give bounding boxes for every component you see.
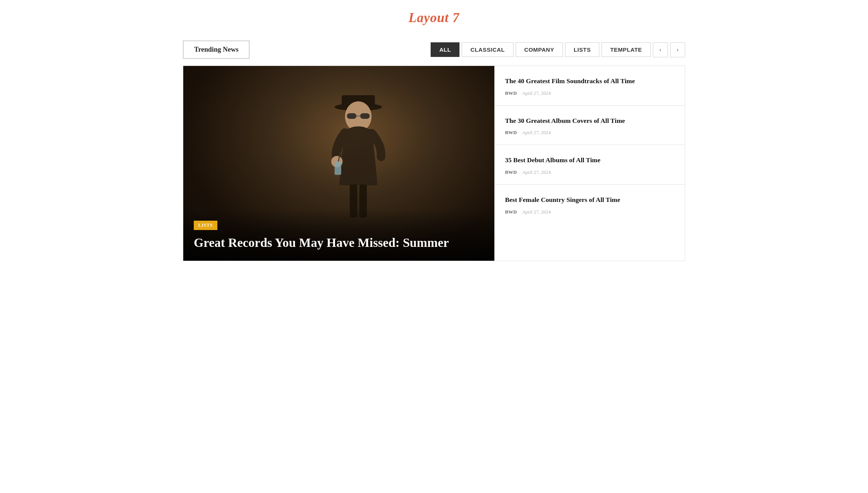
featured-title: Great Records You May Have Missed: Summe… bbox=[194, 235, 484, 250]
article-title-1: The 40 Greatest Film Soundtracks of All … bbox=[505, 76, 674, 86]
article-title-3: 35 Best Debut Albums of All Time bbox=[505, 155, 674, 165]
date-2: April 27, 2024 bbox=[522, 130, 551, 136]
article-meta-2: BWD April 27, 2024 bbox=[505, 130, 674, 136]
nav-next-button[interactable]: › bbox=[670, 42, 685, 57]
page-header: Layout 7 bbox=[0, 0, 868, 40]
article-title-2: The 30 Greatest Album Covers of All Time bbox=[505, 116, 674, 125]
filter-classical[interactable]: CLASSICAL bbox=[462, 42, 513, 57]
author-2: BWD bbox=[505, 130, 517, 136]
layout-container: Trending News ALL CLASSICAL COMPANY LIST… bbox=[172, 40, 696, 276]
article-meta-3: BWD April 27, 2024 bbox=[505, 169, 674, 175]
trending-news-label: Trending News bbox=[183, 40, 250, 59]
section-header: Trending News ALL CLASSICAL COMPANY LIST… bbox=[183, 40, 685, 59]
date-3: April 27, 2024 bbox=[522, 169, 551, 175]
filter-company[interactable]: COMPANY bbox=[516, 42, 563, 57]
article-meta-4: BWD April 27, 2024 bbox=[505, 209, 674, 215]
person-figure bbox=[310, 81, 407, 223]
sidebar-articles: The 40 Greatest Film Soundtracks of All … bbox=[494, 66, 685, 261]
featured-overlay: LISTS Great Records You May Have Missed:… bbox=[183, 209, 494, 261]
main-content: LISTS Great Records You May Have Missed:… bbox=[183, 66, 685, 261]
author-4: BWD bbox=[505, 209, 517, 215]
filter-template[interactable]: TEMPLATE bbox=[602, 42, 651, 57]
category-badge: LISTS bbox=[194, 221, 217, 230]
article-meta-1: BWD April 27, 2024 bbox=[505, 90, 674, 96]
page-title: Layout 7 bbox=[409, 10, 459, 25]
filter-lists[interactable]: LISTS bbox=[565, 42, 600, 57]
sidebar-article-4[interactable]: Best Female Country Singers of All Time … bbox=[495, 185, 685, 224]
filter-all[interactable]: ALL bbox=[431, 42, 459, 57]
chevron-right-icon: › bbox=[676, 46, 679, 54]
featured-image: LISTS Great Records You May Have Missed:… bbox=[183, 66, 494, 261]
svg-rect-7 bbox=[334, 161, 341, 175]
sidebar-article-1[interactable]: The 40 Greatest Film Soundtracks of All … bbox=[495, 66, 685, 106]
svg-rect-3 bbox=[347, 113, 356, 119]
sidebar-article-3[interactable]: 35 Best Debut Albums of All Time BWD Apr… bbox=[495, 145, 685, 185]
filter-nav: ALL CLASSICAL COMPANY LISTS TEMPLATE ‹ › bbox=[431, 42, 685, 57]
nav-prev-button[interactable]: ‹ bbox=[653, 42, 668, 57]
date-4: April 27, 2024 bbox=[522, 209, 551, 215]
author-3: BWD bbox=[505, 169, 517, 175]
chevron-left-icon: ‹ bbox=[659, 46, 661, 54]
article-title-4: Best Female Country Singers of All Time bbox=[505, 195, 674, 205]
featured-article[interactable]: LISTS Great Records You May Have Missed:… bbox=[183, 66, 494, 261]
author-1: BWD bbox=[505, 90, 517, 96]
svg-rect-4 bbox=[360, 113, 370, 119]
sidebar-article-2[interactable]: The 30 Greatest Album Covers of All Time… bbox=[495, 106, 685, 145]
date-1: April 27, 2024 bbox=[522, 90, 551, 96]
